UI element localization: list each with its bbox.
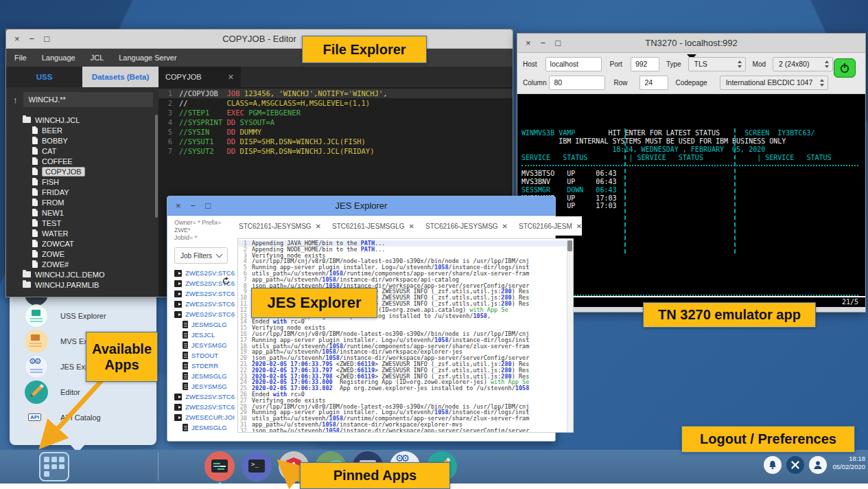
spool-file-item[interactable]: JESMSGLG — [174, 319, 235, 330]
host-input[interactable]: localhost — [546, 57, 602, 71]
job-icon — [174, 301, 182, 308]
tab-close-icon[interactable]: ✕ — [228, 73, 234, 82]
mod-select[interactable]: 2 (24x80) — [773, 57, 833, 71]
codepage-select[interactable]: International EBCDIC 1047 — [720, 76, 828, 90]
job-icon — [174, 414, 182, 421]
job-item[interactable]: ZWES2SV:STC6 — [174, 402, 235, 412]
notifications-button[interactable] — [764, 456, 782, 474]
jes-tab-stc62161-jesmsglg[interactable]: STC62161-JESMSGLG✕ — [332, 223, 414, 230]
launcher-item-editor[interactable]: Editor — [10, 380, 156, 405]
start-button[interactable] — [39, 452, 69, 481]
tab-close-icon[interactable]: ✕ — [316, 223, 321, 230]
jes-log-panel[interactable]: 1Appending JAVA_HOME/bin to the PATH...2… — [237, 238, 574, 433]
personalization-button[interactable] — [786, 456, 804, 474]
jes-tab-stc62161-jesysmsg[interactable]: STC62161-JESYSMSG✕ — [239, 223, 321, 230]
launcher-item-api-catalog[interactable]: API Catalog — [10, 405, 156, 430]
job-item[interactable]: ZWES2SV:STC6 — [174, 299, 235, 309]
tree-item-label: BEER — [42, 126, 62, 135]
job-item-label: ZWES2SV:STC6 — [185, 290, 235, 297]
tree-item-zowcat[interactable]: ZOWCAT — [6, 238, 159, 249]
job-item[interactable]: ZWESECUR:JOI — [174, 412, 235, 422]
job-item[interactable]: ZWES2SV:STC6 — [174, 309, 235, 319]
tab-uss[interactable]: USS — [6, 67, 82, 87]
line-number: 3 — [159, 108, 179, 117]
tn3270-titlebar[interactable]: × − □ TN3270 - localhost:992 — [517, 34, 865, 53]
menu-language[interactable]: Language — [42, 54, 75, 62]
tree-item-winchj.jcl[interactable]: WINCHJ.JCL — [6, 115, 159, 125]
menu-jcl[interactable]: JCL — [91, 54, 104, 62]
job-item[interactable]: ZWES2SV:STC6 — [174, 391, 235, 402]
menu-language-server[interactable]: Language Server — [119, 54, 176, 62]
tree-item-coffee[interactable]: COFFEE — [6, 156, 159, 166]
jes-tab-stc62166-jesm[interactable]: STC62166-JESM✕ — [519, 223, 582, 230]
terminal-line: MVS3BTSO UP 06:43 — [521, 170, 861, 178]
column-separator — [624, 128, 626, 253]
jes-titlebar[interactable]: × − □ JES Explorer — [167, 196, 555, 216]
tab-close-icon[interactable]: ✕ — [502, 223, 508, 230]
text-segment: 1058 — [515, 385, 529, 391]
spool-file-icon — [183, 352, 188, 359]
dataset-filter-input[interactable]: WINCHJ.** — [23, 92, 154, 107]
launcher-item-uss-explorer[interactable]: USS Explorer — [10, 304, 156, 328]
tab-datasets[interactable]: Datasets (Beta) — [82, 67, 159, 87]
spool-file-item[interactable]: JESMSGLG — [174, 371, 235, 381]
tree-item-test[interactable]: TEST — [6, 218, 159, 228]
scrollbar-thumb[interactable] — [567, 240, 572, 251]
tab-close-icon[interactable]: ✕ — [409, 223, 414, 230]
tree-item-new1[interactable]: NEW1 — [6, 207, 159, 218]
job-item-label: JESYSMSG — [191, 383, 227, 390]
text-segment: DISP=SHR,DSN=WINCHJ.JCL(FISH) — [240, 137, 366, 146]
tree-item-fish[interactable]: FISH — [6, 177, 159, 187]
power-button[interactable] — [834, 58, 856, 78]
spool-file-item[interactable]: STDERR — [174, 361, 235, 371]
text-segment: WINMVS3B VAMP — [521, 129, 575, 137]
editor-tab-copyjob[interactable]: COPYJOB ✕ — [159, 67, 241, 87]
job-item[interactable]: ZWES2SV:STC6 — [174, 288, 235, 299]
port-input[interactable]: 992 — [631, 57, 659, 71]
text-segment: HIT ENTER FOR LATEST STATUS — [575, 129, 744, 137]
job-item-label: ZWES2SV:STC6 — [185, 300, 235, 308]
type-select[interactable]: TLS — [688, 57, 746, 71]
text-segment: JOB — [227, 89, 244, 98]
editor-titlebar[interactable]: × − □ COPYJOB - Editor — [6, 30, 513, 49]
menu-file[interactable]: File — [14, 54, 27, 62]
user-button[interactable] — [809, 456, 827, 474]
tree-item-cat[interactable]: CAT — [6, 146, 159, 156]
tab-close-icon[interactable]: ✕ — [576, 223, 582, 230]
vt-terminal-app-button[interactable] — [242, 451, 272, 481]
tn3270-app-button[interactable] — [204, 451, 235, 481]
jobid-text: JobId= * — [174, 234, 235, 242]
spool-file-item[interactable]: JESYSMSG — [174, 340, 235, 350]
spool-file-item[interactable]: JESMSGLG — [174, 422, 235, 433]
text-segment: 18:14, WEDNESDAY , FEBRUARY 05, 2020 — [521, 146, 765, 153]
file-icon — [32, 198, 38, 206]
tree-scrollbar[interactable] — [155, 115, 158, 218]
tree-item-zowe#[interactable]: ZOWE# — [6, 259, 159, 269]
jes-tab-stc62166-jesysmsg[interactable]: STC62166-JESYSMSG✕ — [425, 223, 508, 230]
clock[interactable]: 18:18 05/02/2020 — [832, 455, 865, 471]
tree-item-zowe[interactable]: ZOWE — [6, 249, 159, 259]
tree-item-winchj.jcl.demo[interactable]: WINCHJ.JCL.DEMO — [6, 269, 159, 280]
up-arrow-icon[interactable]: ↑ — [13, 95, 18, 105]
row-input[interactable]: 24 — [640, 76, 668, 90]
refresh-icon[interactable] — [222, 277, 231, 286]
type-label: Type — [666, 60, 681, 68]
text-segment: 1058 — [325, 428, 339, 433]
job-list: ZWES2SV:STC6ZWES2SV:STC6ZWES2SV:STC6ZWES… — [174, 268, 235, 433]
spool-file-item[interactable]: STDOUT — [174, 350, 235, 361]
tree-item-beer[interactable]: BEER — [6, 125, 159, 135]
tree-item-copyjob[interactable]: COPYJOB — [6, 166, 159, 177]
tree-item-winchj.parmlib[interactable]: WINCHJ.PARMLIB — [6, 280, 159, 290]
editor-tab-label: COPYJOB — [165, 73, 202, 81]
tree-item-friday[interactable]: FRIDAY — [6, 187, 159, 197]
log-scrollbar[interactable] — [567, 239, 573, 432]
spool-file-item[interactable]: JESYSMSG — [174, 381, 235, 391]
spool-file-item[interactable]: JESJCL — [174, 330, 235, 340]
tree-item-water[interactable]: WATER — [6, 228, 159, 238]
annotation-available-apps: Available Apps — [86, 332, 158, 382]
tree-item-bobby[interactable]: BOBBY — [6, 135, 159, 146]
jes-window-title: JES Explorer — [167, 201, 555, 211]
tree-item-from[interactable]: FROM — [6, 197, 159, 207]
column-input[interactable]: 80 — [549, 76, 605, 90]
job-filters-dropdown[interactable]: Job Filters — [174, 247, 228, 264]
